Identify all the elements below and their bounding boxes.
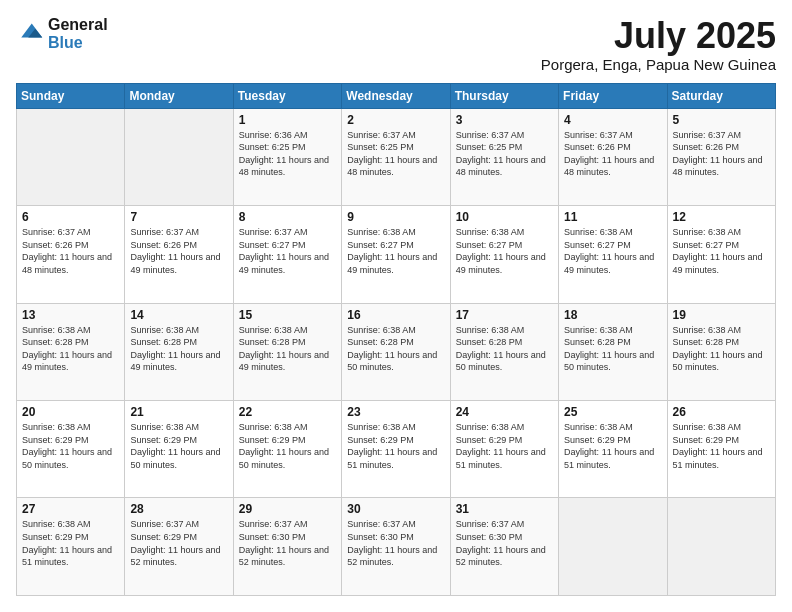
calendar-cell	[17, 108, 125, 205]
day-number: 11	[564, 210, 661, 224]
calendar-cell: 8Sunrise: 6:37 AM Sunset: 6:27 PM Daylig…	[233, 206, 341, 303]
logo: General Blue	[16, 16, 108, 52]
day-number: 15	[239, 308, 336, 322]
day-detail: Sunrise: 6:38 AM Sunset: 6:28 PM Dayligh…	[22, 324, 119, 374]
main-title: July 2025	[541, 16, 776, 56]
day-number: 3	[456, 113, 553, 127]
calendar: Sunday Monday Tuesday Wednesday Thursday…	[16, 83, 776, 596]
logo-icon	[16, 20, 44, 48]
calendar-week-row: 6Sunrise: 6:37 AM Sunset: 6:26 PM Daylig…	[17, 206, 776, 303]
day-detail: Sunrise: 6:37 AM Sunset: 6:27 PM Dayligh…	[239, 226, 336, 276]
calendar-cell: 7Sunrise: 6:37 AM Sunset: 6:26 PM Daylig…	[125, 206, 233, 303]
day-detail: Sunrise: 6:37 AM Sunset: 6:25 PM Dayligh…	[347, 129, 444, 179]
day-detail: Sunrise: 6:38 AM Sunset: 6:27 PM Dayligh…	[673, 226, 770, 276]
day-detail: Sunrise: 6:38 AM Sunset: 6:29 PM Dayligh…	[239, 421, 336, 471]
calendar-cell	[667, 498, 775, 596]
calendar-cell: 25Sunrise: 6:38 AM Sunset: 6:29 PM Dayli…	[559, 401, 667, 498]
day-detail: Sunrise: 6:38 AM Sunset: 6:27 PM Dayligh…	[347, 226, 444, 276]
calendar-week-row: 27Sunrise: 6:38 AM Sunset: 6:29 PM Dayli…	[17, 498, 776, 596]
col-tuesday: Tuesday	[233, 83, 341, 108]
day-number: 24	[456, 405, 553, 419]
calendar-cell: 1Sunrise: 6:36 AM Sunset: 6:25 PM Daylig…	[233, 108, 341, 205]
day-detail: Sunrise: 6:38 AM Sunset: 6:29 PM Dayligh…	[456, 421, 553, 471]
calendar-cell: 6Sunrise: 6:37 AM Sunset: 6:26 PM Daylig…	[17, 206, 125, 303]
day-detail: Sunrise: 6:38 AM Sunset: 6:27 PM Dayligh…	[564, 226, 661, 276]
calendar-cell: 20Sunrise: 6:38 AM Sunset: 6:29 PM Dayli…	[17, 401, 125, 498]
calendar-cell: 19Sunrise: 6:38 AM Sunset: 6:28 PM Dayli…	[667, 303, 775, 400]
day-detail: Sunrise: 6:37 AM Sunset: 6:30 PM Dayligh…	[347, 518, 444, 568]
day-detail: Sunrise: 6:38 AM Sunset: 6:28 PM Dayligh…	[564, 324, 661, 374]
calendar-cell: 23Sunrise: 6:38 AM Sunset: 6:29 PM Dayli…	[342, 401, 450, 498]
day-detail: Sunrise: 6:37 AM Sunset: 6:25 PM Dayligh…	[456, 129, 553, 179]
col-wednesday: Wednesday	[342, 83, 450, 108]
calendar-week-row: 20Sunrise: 6:38 AM Sunset: 6:29 PM Dayli…	[17, 401, 776, 498]
calendar-cell: 13Sunrise: 6:38 AM Sunset: 6:28 PM Dayli…	[17, 303, 125, 400]
day-detail: Sunrise: 6:37 AM Sunset: 6:26 PM Dayligh…	[564, 129, 661, 179]
day-number: 31	[456, 502, 553, 516]
day-number: 9	[347, 210, 444, 224]
day-number: 22	[239, 405, 336, 419]
calendar-cell: 27Sunrise: 6:38 AM Sunset: 6:29 PM Dayli…	[17, 498, 125, 596]
day-detail: Sunrise: 6:38 AM Sunset: 6:28 PM Dayligh…	[239, 324, 336, 374]
day-detail: Sunrise: 6:36 AM Sunset: 6:25 PM Dayligh…	[239, 129, 336, 179]
calendar-cell: 16Sunrise: 6:38 AM Sunset: 6:28 PM Dayli…	[342, 303, 450, 400]
day-detail: Sunrise: 6:38 AM Sunset: 6:29 PM Dayligh…	[130, 421, 227, 471]
calendar-cell: 22Sunrise: 6:38 AM Sunset: 6:29 PM Dayli…	[233, 401, 341, 498]
calendar-cell: 21Sunrise: 6:38 AM Sunset: 6:29 PM Dayli…	[125, 401, 233, 498]
calendar-cell: 2Sunrise: 6:37 AM Sunset: 6:25 PM Daylig…	[342, 108, 450, 205]
calendar-week-row: 13Sunrise: 6:38 AM Sunset: 6:28 PM Dayli…	[17, 303, 776, 400]
col-sunday: Sunday	[17, 83, 125, 108]
calendar-cell: 17Sunrise: 6:38 AM Sunset: 6:28 PM Dayli…	[450, 303, 558, 400]
day-number: 10	[456, 210, 553, 224]
day-number: 16	[347, 308, 444, 322]
day-detail: Sunrise: 6:38 AM Sunset: 6:29 PM Dayligh…	[347, 421, 444, 471]
calendar-cell: 26Sunrise: 6:38 AM Sunset: 6:29 PM Dayli…	[667, 401, 775, 498]
day-number: 26	[673, 405, 770, 419]
col-thursday: Thursday	[450, 83, 558, 108]
calendar-cell: 5Sunrise: 6:37 AM Sunset: 6:26 PM Daylig…	[667, 108, 775, 205]
day-number: 30	[347, 502, 444, 516]
day-number: 29	[239, 502, 336, 516]
calendar-cell	[125, 108, 233, 205]
day-number: 12	[673, 210, 770, 224]
day-number: 6	[22, 210, 119, 224]
day-number: 25	[564, 405, 661, 419]
day-number: 28	[130, 502, 227, 516]
day-detail: Sunrise: 6:37 AM Sunset: 6:29 PM Dayligh…	[130, 518, 227, 568]
calendar-cell: 14Sunrise: 6:38 AM Sunset: 6:28 PM Dayli…	[125, 303, 233, 400]
day-detail: Sunrise: 6:38 AM Sunset: 6:28 PM Dayligh…	[347, 324, 444, 374]
header: General Blue July 2025 Porgera, Enga, Pa…	[16, 16, 776, 73]
day-detail: Sunrise: 6:37 AM Sunset: 6:26 PM Dayligh…	[130, 226, 227, 276]
day-number: 23	[347, 405, 444, 419]
day-number: 21	[130, 405, 227, 419]
subtitle: Porgera, Enga, Papua New Guinea	[541, 56, 776, 73]
day-number: 13	[22, 308, 119, 322]
logo-text: General Blue	[48, 16, 108, 52]
col-monday: Monday	[125, 83, 233, 108]
day-detail: Sunrise: 6:38 AM Sunset: 6:29 PM Dayligh…	[564, 421, 661, 471]
day-detail: Sunrise: 6:38 AM Sunset: 6:28 PM Dayligh…	[130, 324, 227, 374]
title-block: July 2025 Porgera, Enga, Papua New Guine…	[541, 16, 776, 73]
day-detail: Sunrise: 6:37 AM Sunset: 6:30 PM Dayligh…	[239, 518, 336, 568]
calendar-cell: 28Sunrise: 6:37 AM Sunset: 6:29 PM Dayli…	[125, 498, 233, 596]
day-detail: Sunrise: 6:38 AM Sunset: 6:28 PM Dayligh…	[673, 324, 770, 374]
day-detail: Sunrise: 6:38 AM Sunset: 6:29 PM Dayligh…	[22, 518, 119, 568]
calendar-week-row: 1Sunrise: 6:36 AM Sunset: 6:25 PM Daylig…	[17, 108, 776, 205]
calendar-cell: 15Sunrise: 6:38 AM Sunset: 6:28 PM Dayli…	[233, 303, 341, 400]
calendar-cell: 24Sunrise: 6:38 AM Sunset: 6:29 PM Dayli…	[450, 401, 558, 498]
day-number: 4	[564, 113, 661, 127]
calendar-cell: 18Sunrise: 6:38 AM Sunset: 6:28 PM Dayli…	[559, 303, 667, 400]
calendar-cell: 31Sunrise: 6:37 AM Sunset: 6:30 PM Dayli…	[450, 498, 558, 596]
day-detail: Sunrise: 6:38 AM Sunset: 6:29 PM Dayligh…	[673, 421, 770, 471]
calendar-cell: 30Sunrise: 6:37 AM Sunset: 6:30 PM Dayli…	[342, 498, 450, 596]
calendar-header-row: Sunday Monday Tuesday Wednesday Thursday…	[17, 83, 776, 108]
day-number: 8	[239, 210, 336, 224]
col-saturday: Saturday	[667, 83, 775, 108]
day-detail: Sunrise: 6:37 AM Sunset: 6:30 PM Dayligh…	[456, 518, 553, 568]
calendar-cell: 29Sunrise: 6:37 AM Sunset: 6:30 PM Dayli…	[233, 498, 341, 596]
day-number: 20	[22, 405, 119, 419]
page: General Blue July 2025 Porgera, Enga, Pa…	[0, 0, 792, 612]
day-number: 2	[347, 113, 444, 127]
calendar-cell: 11Sunrise: 6:38 AM Sunset: 6:27 PM Dayli…	[559, 206, 667, 303]
day-detail: Sunrise: 6:37 AM Sunset: 6:26 PM Dayligh…	[673, 129, 770, 179]
